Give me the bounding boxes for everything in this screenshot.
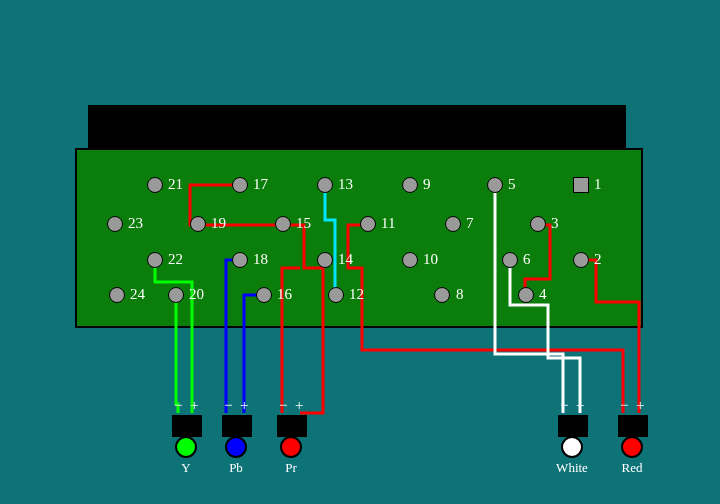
pin-13-label: 13 — [338, 176, 353, 193]
pb-jack-head — [225, 436, 247, 458]
y-minus: − — [174, 397, 182, 414]
pin-10-pad — [402, 252, 418, 268]
pin-6-pad — [502, 252, 518, 268]
pr-jack-body — [277, 415, 307, 437]
pin-9-pad — [402, 177, 418, 193]
pin-2-pad — [573, 252, 589, 268]
pin-14-pad — [317, 252, 333, 268]
pb-minus: − — [224, 397, 232, 414]
pin-21-pad — [147, 177, 163, 193]
red-plus: + — [636, 397, 644, 414]
pin-4-label: 4 — [539, 286, 547, 303]
pr-plus: + — [295, 397, 303, 414]
y-jack-label: Y — [181, 460, 190, 476]
pin-7-label: 7 — [466, 215, 474, 232]
pin-22-label: 22 — [168, 251, 183, 268]
pin-12-label: 12 — [349, 286, 364, 303]
pin-18-label: 18 — [253, 251, 268, 268]
pin-4-pad — [518, 287, 534, 303]
connector-shroud — [88, 105, 626, 148]
pin-5-pad — [487, 177, 503, 193]
pr-jack-label: Pr — [285, 460, 297, 476]
pin-13-pad — [317, 177, 333, 193]
pin-8-pad — [434, 287, 450, 303]
pin-14-label: 14 — [338, 251, 353, 268]
white-plus: + — [576, 397, 584, 414]
pr-jack-head — [280, 436, 302, 458]
y-jack-body — [172, 415, 202, 437]
pin-9-label: 9 — [423, 176, 431, 193]
pr-minus: − — [279, 397, 287, 414]
pin-23-label: 23 — [128, 215, 143, 232]
y-jack-head — [175, 436, 197, 458]
pin-20-pad — [168, 287, 184, 303]
pin-3-label: 3 — [551, 215, 559, 232]
pin-11-label: 11 — [381, 215, 395, 232]
pin-18-pad — [232, 252, 248, 268]
pin-15-label: 15 — [296, 215, 311, 232]
pin-5-label: 5 — [508, 176, 516, 193]
white-jack-body — [558, 415, 588, 437]
white-jack-head — [561, 436, 583, 458]
pb-plus: + — [240, 397, 248, 414]
pin-15-pad — [275, 216, 291, 232]
pin-8-label: 8 — [456, 286, 464, 303]
pin-1-pad — [573, 177, 589, 193]
pin-24-pad — [109, 287, 125, 303]
pinout-diagram: { "pins": { "p1": "1","p2": "2","p3": "3… — [0, 0, 720, 504]
pin-11-pad — [360, 216, 376, 232]
red-jack-body — [618, 415, 648, 437]
pin-21-label: 21 — [168, 176, 183, 193]
pin-3-pad — [530, 216, 546, 232]
y-plus: + — [190, 397, 198, 414]
pin-10-label: 10 — [423, 251, 438, 268]
pin-1-label: 1 — [594, 176, 602, 193]
pin-20-label: 20 — [189, 286, 204, 303]
pin-7-pad — [445, 216, 461, 232]
pb-jack-label: Pb — [229, 460, 243, 476]
pin-16-pad — [256, 287, 272, 303]
pin-19-pad — [190, 216, 206, 232]
pin-6-label: 6 — [523, 251, 531, 268]
pin-19-label: 19 — [211, 215, 226, 232]
red-jack-label: Red — [622, 460, 643, 476]
pin-24-label: 24 — [130, 286, 145, 303]
pin-22-pad — [147, 252, 163, 268]
pin-12-pad — [328, 287, 344, 303]
red-minus: − — [620, 397, 628, 414]
pin-16-label: 16 — [277, 286, 292, 303]
red-jack-head — [621, 436, 643, 458]
pin-23-pad — [107, 216, 123, 232]
white-jack-label: White — [556, 460, 588, 476]
pb-jack-body — [222, 415, 252, 437]
white-minus: − — [560, 397, 568, 414]
pin-2-label: 2 — [594, 251, 602, 268]
pin-17-pad — [232, 177, 248, 193]
pin-17-label: 17 — [253, 176, 268, 193]
